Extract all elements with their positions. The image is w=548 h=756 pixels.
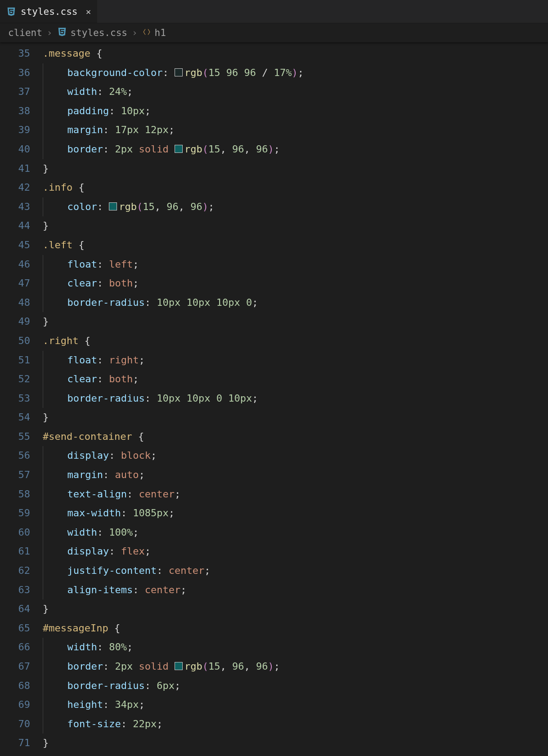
line-number: 57 [0, 465, 30, 485]
chevron-right-icon: › [132, 27, 138, 38]
close-icon[interactable]: × [85, 6, 91, 17]
code-line[interactable]: margin: 17px 12px; [43, 121, 548, 140]
code-line[interactable]: clear: both; [43, 370, 548, 389]
line-number: 50 [0, 331, 30, 351]
line-number: 71 [0, 734, 30, 753]
code-line[interactable]: .right { [43, 331, 548, 351]
code-line[interactable]: } [43, 216, 548, 236]
code-line[interactable]: max-width: 1085px; [43, 504, 548, 523]
line-number: 60 [0, 523, 30, 542]
line-number: 55 [0, 427, 30, 447]
code-line[interactable]: border-radius: 10px 10px 10px 0; [43, 293, 548, 313]
code-line[interactable]: justify-content: center; [43, 561, 548, 581]
line-number: 39 [0, 121, 30, 140]
code-line[interactable]: border-radius: 10px 10px 0 10px; [43, 389, 548, 408]
line-number: 40 [0, 140, 30, 159]
line-number: 42 [0, 178, 30, 197]
line-number: 44 [0, 216, 30, 236]
css-file-icon [57, 27, 67, 39]
line-number: 52 [0, 370, 30, 389]
line-number: 64 [0, 599, 30, 619]
breadcrumb: client › styles.css › h1 [0, 23, 548, 42]
code-line[interactable]: align-items: center; [43, 581, 548, 600]
code-line[interactable]: text-align: center; [43, 485, 548, 504]
line-number: 54 [0, 408, 30, 427]
code-editor[interactable]: 3536373839404142434445464748495051525354… [0, 42, 548, 756]
line-number: 46 [0, 255, 30, 274]
editor-tab[interactable]: styles.css × [0, 0, 97, 23]
line-number: 65 [0, 619, 30, 638]
code-content[interactable]: .message { background-color: rgb(15 96 9… [43, 44, 548, 756]
code-line[interactable]: font-size: 22px; [43, 715, 548, 734]
code-line[interactable]: padding: 10px; [43, 102, 548, 121]
code-line[interactable]: #messageInp { [43, 619, 548, 638]
code-line[interactable]: border-radius: 6px; [43, 676, 548, 696]
code-line[interactable]: clear: both; [43, 274, 548, 293]
line-number: 62 [0, 561, 30, 581]
code-line[interactable]: height: 34px; [43, 695, 548, 715]
breadcrumb-folder[interactable]: client [8, 27, 42, 38]
code-line[interactable]: } [43, 159, 548, 179]
code-line[interactable]: float: right; [43, 351, 548, 370]
line-number: 49 [0, 312, 30, 331]
line-number: 70 [0, 715, 30, 734]
line-number: 68 [0, 676, 30, 696]
line-number: 37 [0, 82, 30, 102]
line-number: 45 [0, 236, 30, 255]
code-line[interactable]: background-color: rgb(15 96 96 / 17%); [43, 63, 548, 83]
line-number: 41 [0, 159, 30, 179]
code-line[interactable]: border: 2px solid rgb(15, 96, 96); [43, 140, 548, 159]
chevron-right-icon: › [47, 27, 53, 38]
code-line[interactable]: width: 80%; [43, 638, 548, 657]
line-number: 43 [0, 197, 30, 217]
code-line[interactable]: border: 2px solid rgb(15, 96, 96); [43, 657, 548, 676]
line-number: 36 [0, 63, 30, 83]
line-number: 35 [0, 44, 30, 63]
tab-bar: styles.css × [0, 0, 548, 23]
code-line[interactable]: color: rgb(15, 96, 96); [43, 197, 548, 217]
code-line[interactable]: #send-container { [43, 427, 548, 447]
line-number: 69 [0, 695, 30, 715]
line-number: 47 [0, 274, 30, 293]
line-number: 38 [0, 102, 30, 121]
code-line[interactable]: .left { [43, 236, 548, 255]
code-line[interactable]: } [43, 312, 548, 331]
code-line[interactable]: width: 24%; [43, 82, 548, 102]
line-number-gutter: 3536373839404142434445464748495051525354… [0, 44, 43, 756]
line-number: 56 [0, 446, 30, 465]
code-line[interactable]: .info { [43, 178, 548, 197]
code-line[interactable]: } [43, 734, 548, 753]
line-number: 59 [0, 504, 30, 523]
code-line[interactable]: display: flex; [43, 542, 548, 561]
line-number: 61 [0, 542, 30, 561]
breadcrumb-symbol[interactable]: h1 [142, 27, 166, 39]
code-line[interactable]: } [43, 408, 548, 427]
line-number: 67 [0, 657, 30, 676]
tab-label: styles.css [21, 6, 77, 17]
breadcrumb-file[interactable]: styles.css [57, 27, 127, 39]
line-number: 58 [0, 485, 30, 504]
code-line[interactable]: .message { [43, 44, 548, 63]
line-number: 66 [0, 638, 30, 657]
symbol-icon [142, 27, 151, 39]
code-line[interactable]: display: block; [43, 446, 548, 465]
line-number: 51 [0, 351, 30, 370]
line-number: 63 [0, 581, 30, 600]
line-number: 53 [0, 389, 30, 408]
code-line[interactable]: float: left; [43, 255, 548, 274]
line-number: 48 [0, 293, 30, 313]
code-line[interactable]: width: 100%; [43, 523, 548, 542]
code-line[interactable]: } [43, 599, 548, 619]
css-file-icon [6, 7, 16, 17]
code-line[interactable]: margin: auto; [43, 465, 548, 485]
